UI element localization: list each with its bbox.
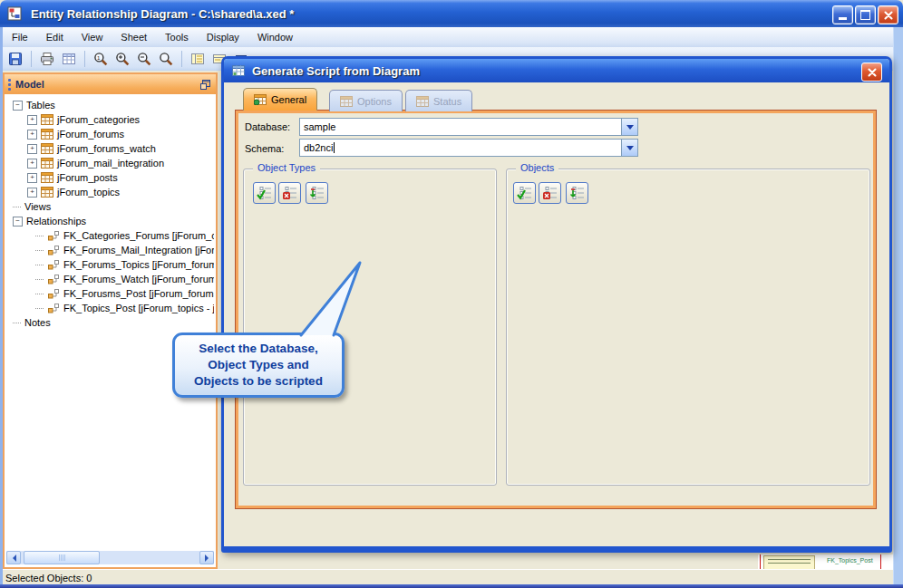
title-bar: Entity Relationship Diagram - C:\shared\… — [0, 0, 903, 27]
expand-icon[interactable]: + — [27, 173, 37, 183]
select-all-icon — [257, 185, 273, 201]
select-all-objects-button[interactable] — [513, 182, 536, 204]
menu-window[interactable]: Window — [248, 29, 302, 45]
menu-edit[interactable]: Edit — [37, 29, 73, 45]
tree-item-relationship[interactable]: FK_Forums_Topics [jForum_forums — [5, 257, 214, 272]
zoom-button[interactable] — [157, 50, 175, 68]
chevron-down-icon — [626, 146, 634, 154]
zoom-out-button[interactable] — [135, 50, 153, 68]
save-icon — [8, 52, 23, 66]
tree-item-relationship[interactable]: FK_Forums_Mail_Integration [jForu — [5, 243, 214, 257]
tree-item-relationship[interactable]: FK_Topics_Post [jForum_topics - jF — [5, 301, 214, 315]
expand-icon[interactable]: + — [27, 159, 37, 169]
save-button[interactable] — [6, 50, 24, 68]
select-all-types-button[interactable] — [253, 182, 276, 204]
dialog-title: Generate Script from Diagram — [252, 64, 420, 78]
toolbar-separator — [31, 51, 32, 67]
expand-icon[interactable]: + — [27, 115, 37, 125]
database-label: Database: — [245, 121, 290, 132]
expand-icon[interactable]: + — [27, 144, 37, 154]
combo-dropdown-button[interactable] — [621, 119, 637, 135]
invert-types-selection-button[interactable] — [306, 182, 328, 204]
foreign-key-icon — [47, 230, 60, 241]
schema-combobox[interactable]: db2nci — [299, 139, 638, 157]
deselect-all-icon — [542, 185, 558, 201]
foreign-key-icon — [47, 303, 60, 313]
combo-dropdown-button[interactable] — [621, 140, 637, 156]
close-icon — [866, 66, 879, 79]
tab-options[interactable]: Options — [329, 90, 403, 111]
scroll-left-button[interactable] — [6, 551, 21, 564]
tree-item-table[interactable]: +jForum_mail_integration — [5, 156, 214, 170]
close-icon — [882, 9, 895, 22]
tree-item-tables[interactable]: −Tables — [5, 98, 214, 112]
tree-item-notes[interactable]: Notes — [5, 315, 214, 330]
expand-icon[interactable]: + — [27, 188, 37, 198]
app-window: Entity Relationship Diagram - C:\shared\… — [0, 0, 903, 588]
tree-item-table[interactable]: +jForum_forums — [5, 127, 214, 141]
table-icon — [41, 187, 53, 198]
menu-view[interactable]: View — [73, 29, 112, 45]
menu-tools[interactable]: Tools — [156, 29, 198, 45]
tree-item-table[interactable]: +jForum_forums_watch — [5, 141, 214, 156]
arrow-right-icon — [205, 554, 212, 562]
table-icon — [41, 114, 53, 125]
select-all-icon — [517, 185, 533, 201]
tree-item-relationships[interactable]: −Relationships — [5, 214, 214, 228]
tree-item-table[interactable]: +jForum_posts — [5, 170, 214, 185]
collapse-icon[interactable]: − — [13, 217, 23, 227]
horizontal-scrollbar[interactable] — [6, 551, 214, 564]
sheet-grid-icon — [62, 52, 76, 66]
scrollbar-thumb[interactable] — [24, 551, 100, 564]
dialog-icon — [231, 63, 246, 78]
deselect-all-objects-button[interactable] — [539, 182, 561, 204]
table-icon — [41, 143, 53, 154]
window-border-right[interactable] — [893, 27, 903, 585]
zoom-in-button[interactable] — [113, 50, 131, 68]
close-button[interactable] — [878, 5, 898, 24]
tree-item-table[interactable]: +jForum_categories — [5, 112, 214, 127]
tree-item-relationship[interactable]: FK_Forusms_Post [jForum_forums — [5, 286, 214, 301]
invert-selection-icon — [569, 185, 586, 201]
tree-item-table[interactable]: +jForum_topics — [5, 185, 214, 199]
print-button[interactable] — [38, 50, 56, 68]
database-combobox[interactable]: sample — [299, 118, 638, 136]
invert-objects-selection-button[interactable] — [566, 182, 588, 204]
menu-display[interactable]: Display — [198, 29, 248, 45]
menu-file[interactable]: File — [3, 29, 37, 45]
zoom-out-icon — [137, 52, 152, 67]
tab-table-icon — [254, 94, 267, 105]
entity-box — [763, 555, 815, 570]
model-tree: −Tables +jForum_categories +jForum_forum… — [5, 96, 214, 554]
toolbar-separator — [181, 51, 182, 67]
dialog-close-button[interactable] — [861, 63, 882, 82]
arrow-left-icon — [9, 554, 16, 562]
outline-panel-button[interactable] — [189, 50, 207, 68]
tree-item-views[interactable]: Views — [5, 199, 214, 214]
foreign-key-icon — [47, 288, 60, 299]
scroll-right-button[interactable] — [199, 551, 214, 564]
table-icon — [41, 158, 53, 169]
zoom-actual-button[interactable]: 1 — [92, 50, 110, 68]
status-text: Selected Objects: 0 — [5, 573, 92, 583]
minimize-icon — [839, 17, 847, 20]
tab-status[interactable]: Status — [405, 90, 472, 111]
menu-sheet[interactable]: Sheet — [112, 29, 156, 45]
expand-icon[interactable]: + — [27, 130, 37, 140]
dialog-title-bar: Generate Script from Diagram — [224, 59, 889, 82]
tree-item-relationship[interactable]: FK_Categories_Forums [jForum_ca — [5, 228, 214, 243]
tab-table-icon — [416, 96, 429, 107]
maximize-button[interactable] — [855, 5, 876, 24]
tab-general[interactable]: General — [243, 88, 317, 111]
model-panel-header[interactable]: Model — [5, 74, 216, 94]
window-border-bottom — [0, 584, 903, 588]
sheet-grid-button[interactable] — [60, 50, 78, 68]
minimize-button[interactable] — [832, 5, 853, 24]
deselect-all-types-button[interactable] — [278, 182, 301, 204]
float-panel-icon[interactable] — [200, 80, 210, 90]
toolbar-separator — [84, 51, 85, 67]
model-panel: Model −Tables +jForum_categories +jForum… — [3, 72, 218, 569]
tree-item-relationship[interactable]: FK_Forums_Watch [jForum_forums — [5, 272, 214, 286]
collapse-icon[interactable]: − — [13, 101, 23, 111]
text-caret — [334, 142, 335, 153]
